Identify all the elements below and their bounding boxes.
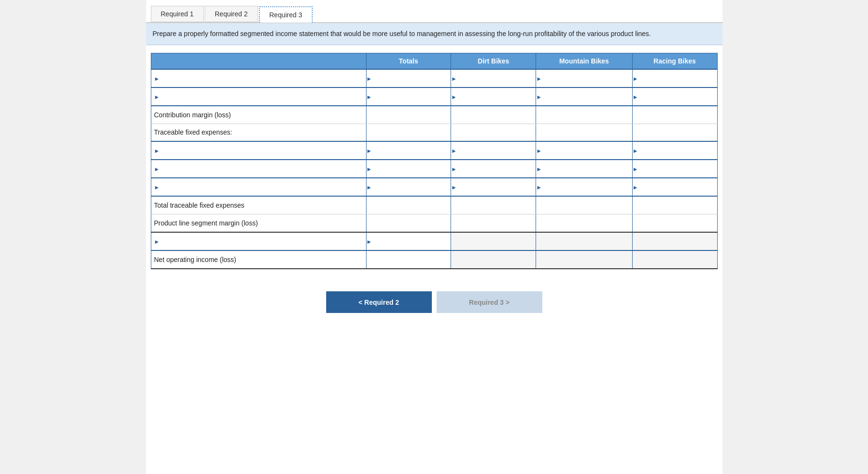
input-traceable-mountain-2[interactable]	[545, 160, 631, 177]
cell-traceable-racing-3: ►	[632, 178, 717, 196]
input-traceable-dirt-1[interactable]	[460, 142, 535, 159]
cell-total-traceable-mountain[interactable]	[536, 196, 632, 214]
cell-contribution-totals[interactable]	[366, 106, 451, 124]
next-button[interactable]: Required 3 >	[437, 291, 542, 313]
table-row-traceable-input2: ► ► ► ► ►	[151, 160, 717, 178]
next-button-label: Required 3 >	[469, 299, 509, 306]
input-traceable-racing-3[interactable]	[641, 178, 716, 196]
arrow-icon-t2: ►	[154, 166, 160, 173]
cell-traceable-totals-2: ►	[366, 160, 451, 178]
cell-common-dirt-disabled	[451, 232, 536, 250]
input-contribution-totals[interactable]	[367, 106, 451, 124]
input-segment-margin-dirt[interactable]	[451, 214, 536, 232]
cell-common-label: ►	[151, 232, 366, 250]
cell-traceable-label-input3: ►	[151, 178, 366, 196]
cell-traceable-mountain	[536, 124, 632, 141]
table-container: Totals Dirt Bikes Mountain Bikes Racing …	[146, 45, 722, 277]
input-label-2[interactable]	[162, 88, 365, 105]
input-contribution-dirt[interactable]	[451, 106, 536, 124]
cell-traceable-dirt-2: ►	[451, 160, 536, 178]
arrow-icon-racing-1: ►	[633, 75, 638, 82]
cell-segment-margin-mountain[interactable]	[536, 214, 632, 232]
input-dirt-2[interactable]	[460, 88, 535, 105]
input-traceable-totals-1[interactable]	[375, 142, 450, 159]
input-total-traceable-racing[interactable]	[633, 197, 717, 214]
input-segment-margin-totals[interactable]	[367, 214, 451, 232]
input-traceable-label-3[interactable]	[162, 178, 365, 196]
input-traceable-totals-2[interactable]	[375, 160, 450, 177]
arrow-icon-common-totals: ►	[367, 238, 372, 245]
cell-racing-input1: ►	[632, 69, 717, 87]
cell-net-income-label: Net operating income (loss)	[151, 250, 366, 269]
arrow-icon-t2-racing: ►	[633, 166, 638, 173]
input-traceable-label-1[interactable]	[162, 142, 365, 159]
cell-common-mountain-disabled	[536, 232, 632, 250]
cell-total-traceable-totals[interactable]	[366, 196, 451, 214]
cell-net-income-totals[interactable]	[366, 250, 451, 269]
cell-contribution-mountain[interactable]	[536, 106, 632, 124]
input-mountain-2[interactable]	[545, 88, 631, 105]
input-common-label[interactable]	[162, 233, 365, 250]
input-common-totals[interactable]	[375, 233, 450, 250]
footer-buttons: < Required 2 Required 3 >	[146, 282, 722, 323]
cell-contribution-dirt[interactable]	[451, 106, 536, 124]
input-traceable-mountain-3[interactable]	[545, 178, 631, 196]
input-racing-1[interactable]	[641, 70, 716, 87]
input-traceable-racing-2[interactable]	[641, 160, 716, 177]
input-traceable-label-2[interactable]	[162, 160, 365, 177]
input-traceable-racing-1[interactable]	[641, 142, 716, 159]
cell-traceable-mountain-2: ►	[536, 160, 632, 178]
table-row-traceable-label: Traceable fixed expenses:	[151, 124, 717, 141]
input-traceable-dirt-2[interactable]	[460, 160, 535, 177]
input-total-traceable-dirt[interactable]	[451, 197, 536, 214]
tabs-container: Required 1 Required 2 Required 3	[146, 0, 722, 23]
description-box: Prepare a properly formatted segmented i…	[146, 23, 722, 45]
input-net-income-totals[interactable]	[367, 251, 451, 268]
input-total-traceable-totals[interactable]	[367, 197, 451, 214]
tab-required1[interactable]: Required 1	[151, 6, 204, 22]
input-contribution-mountain[interactable]	[536, 106, 632, 124]
cell-racing-input2: ►	[632, 87, 717, 106]
col-header-mountainbikes: Mountain Bikes	[536, 53, 632, 70]
arrow-icon-t3-racing: ►	[633, 184, 638, 191]
input-label-1[interactable]	[162, 70, 365, 87]
input-traceable-totals-3[interactable]	[375, 178, 450, 196]
cell-contribution-racing[interactable]	[632, 106, 717, 124]
cell-segment-margin-totals[interactable]	[366, 214, 451, 232]
input-total-traceable-mountain[interactable]	[536, 197, 632, 214]
cell-total-traceable-racing[interactable]	[632, 196, 717, 214]
table-row-total-traceable: Total traceable fixed expenses	[151, 196, 717, 214]
prev-button[interactable]: < Required 2	[326, 291, 432, 313]
col-header-racingbikes: Racing Bikes	[632, 53, 717, 70]
input-traceable-mountain-1[interactable]	[545, 142, 631, 159]
cell-mountain-input1: ►	[536, 69, 632, 87]
cell-segment-margin-racing[interactable]	[632, 214, 717, 232]
input-segment-margin-racing[interactable]	[633, 214, 717, 232]
arrow-icon-t2-dirt: ►	[451, 166, 457, 173]
tab-required3[interactable]: Required 3	[259, 6, 313, 23]
arrow-icon-t2-totals: ►	[367, 166, 372, 173]
cell-segment-margin-dirt[interactable]	[451, 214, 536, 232]
arrow-icon-t1-dirt: ►	[451, 148, 457, 154]
prev-button-label: < Required 2	[358, 299, 399, 306]
input-totals-2[interactable]	[375, 88, 450, 105]
input-totals-1[interactable]	[375, 70, 450, 87]
input-segment-margin-mountain[interactable]	[536, 214, 632, 232]
tab-required2-label: Required 2	[215, 10, 248, 18]
cell-traceable-label: Traceable fixed expenses:	[151, 124, 366, 141]
arrow-icon-t3-dirt: ►	[451, 184, 457, 191]
table-row-traceable-input3: ► ► ► ► ►	[151, 178, 717, 196]
cell-traceable-dirt-1: ►	[451, 141, 536, 160]
table-row-net-income: Net operating income (loss)	[151, 250, 717, 269]
arrow-icon-totals-1: ►	[367, 75, 372, 82]
input-dirt-1[interactable]	[460, 70, 535, 87]
input-racing-2[interactable]	[641, 88, 716, 105]
cell-mountain-input2: ►	[536, 87, 632, 106]
input-contribution-racing[interactable]	[633, 106, 717, 124]
input-traceable-dirt-3[interactable]	[460, 178, 535, 196]
cell-total-traceable-dirt[interactable]	[451, 196, 536, 214]
tab-required2[interactable]: Required 2	[205, 6, 258, 22]
col-header-totals: Totals	[366, 53, 451, 70]
arrow-icon-t1-totals: ►	[367, 148, 372, 154]
input-mountain-1[interactable]	[545, 70, 631, 87]
